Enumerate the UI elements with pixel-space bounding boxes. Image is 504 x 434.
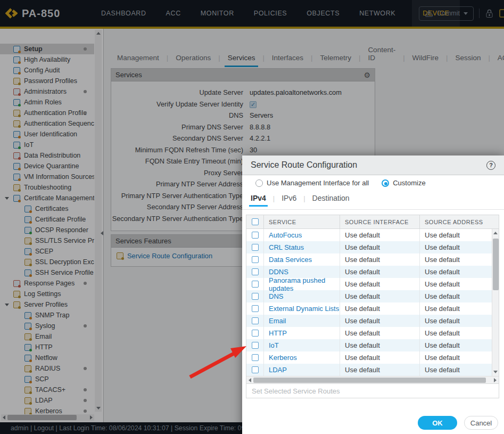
source-address-cell: Use default xyxy=(420,278,499,290)
source-address-cell: Use default xyxy=(420,241,499,253)
select-all-checkbox[interactable] xyxy=(252,218,259,225)
service-link-ddns[interactable]: DDNS xyxy=(269,268,288,276)
service-cell: CRL Status xyxy=(264,241,340,253)
external-dynamic-lists-checkbox[interactable] xyxy=(252,305,259,312)
column-header-source-interface: SOURCE INTERFACE xyxy=(340,215,420,228)
service-link-email[interactable]: Email xyxy=(269,317,286,325)
radio-unselected-icon[interactable] xyxy=(255,179,263,187)
source-interface-cell: Use default xyxy=(340,241,420,253)
service-cell: Kerberos xyxy=(264,351,340,364)
row-select-cell xyxy=(246,241,264,253)
radio-selected-icon[interactable] xyxy=(382,179,389,187)
column-header-source-address: SOURCE ADDRESS xyxy=(420,215,499,228)
crl-status-checkbox[interactable] xyxy=(252,244,259,251)
ok-button[interactable]: OK xyxy=(418,416,457,430)
service-link-crl-status[interactable]: CRL Status xyxy=(269,243,304,251)
set-selected-service-routes-button[interactable]: Set Selected Service Routes xyxy=(246,383,499,398)
service-link-iot[interactable]: IoT xyxy=(269,341,279,349)
table-row-panorama-pushed-updates: Panorama pushed updatesUse defaultUse de… xyxy=(246,278,499,290)
dialog-title: Service Route Configuration xyxy=(251,160,357,170)
table-row-crl-status: CRL StatusUse defaultUse default xyxy=(246,241,499,253)
row-select-cell xyxy=(246,253,264,266)
row-select-cell xyxy=(246,339,264,351)
service-cell: IoT xyxy=(264,339,340,351)
table-row-external-dynamic-lists: External Dynamic ListsUse defaultUse def… xyxy=(246,302,499,315)
table-horizontal-scrollbar[interactable] xyxy=(246,376,499,383)
source-address-cell: Use default xyxy=(420,266,499,278)
radio-option-customize[interactable]: Customize xyxy=(382,179,425,187)
source-interface-cell: Use default xyxy=(340,364,420,376)
source-address-cell: Use default xyxy=(420,253,499,266)
email-checkbox[interactable] xyxy=(252,317,259,324)
source-interface-cell: Use default xyxy=(340,266,420,278)
service-link-kerberos[interactable]: Kerberos xyxy=(269,354,297,362)
service-cell: External Dynamic Lists xyxy=(264,302,340,315)
scroll-up-icon[interactable] xyxy=(493,232,498,234)
tab-separator: | xyxy=(298,194,310,207)
iot-checkbox[interactable] xyxy=(252,342,259,349)
service-link-external-dynamic-lists[interactable]: External Dynamic Lists xyxy=(269,305,339,313)
http-checkbox[interactable] xyxy=(252,330,259,337)
table-header-row: SERVICE SOURCE INTERFACE SOURCE ADDRESS xyxy=(246,215,499,229)
scroll-right-icon[interactable] xyxy=(494,378,497,382)
radio-label: Customize xyxy=(393,179,425,187)
data-services-checkbox[interactable] xyxy=(252,256,259,263)
table-row-email: EmailUse defaultUse default xyxy=(246,315,499,327)
source-interface-cell: Use default xyxy=(340,253,420,266)
row-select-cell xyxy=(246,290,264,302)
service-link-autofocus[interactable]: AutoFocus xyxy=(269,231,302,239)
route-mode-radio-group: Use Management Interface for allCustomiz… xyxy=(255,179,426,187)
cancel-button[interactable]: Cancel xyxy=(464,416,498,430)
row-select-cell xyxy=(246,278,264,290)
dialog-tab-ipv4[interactable]: IPv4 xyxy=(249,194,268,207)
autofocus-checkbox[interactable] xyxy=(252,232,259,239)
select-all-cell xyxy=(246,215,264,228)
service-route-configuration-dialog: Service Route Configuration ? Use Manage… xyxy=(242,155,504,434)
service-link-dns[interactable]: DNS xyxy=(269,292,283,300)
dialog-header: Service Route Configuration ? xyxy=(242,155,504,175)
row-select-cell xyxy=(246,327,264,339)
source-address-cell: Use default xyxy=(420,339,499,351)
service-link-http[interactable]: HTTP xyxy=(269,329,287,337)
source-address-cell: Use default xyxy=(420,351,499,364)
source-interface-cell: Use default xyxy=(340,315,420,327)
ddns-checkbox[interactable] xyxy=(252,268,259,275)
table-row-ldap: LDAPUse defaultUse default xyxy=(246,364,499,376)
dns-checkbox[interactable] xyxy=(252,293,259,300)
service-cell: AutoFocus xyxy=(264,229,340,241)
service-link-panorama-pushed-updates[interactable]: Panorama pushed updates xyxy=(269,276,340,292)
dialog-tabs: IPv4|IPv6|Destination xyxy=(249,194,351,207)
source-interface-cell: Use default xyxy=(340,290,420,302)
scroll-down-icon[interactable] xyxy=(493,371,498,373)
row-select-cell xyxy=(246,229,264,241)
source-interface-cell: Use default xyxy=(340,339,420,351)
tab-separator: | xyxy=(268,194,280,207)
column-header-service: SERVICE xyxy=(264,215,340,228)
service-link-ldap[interactable]: LDAP xyxy=(269,366,287,374)
scrollbar-thumb[interactable] xyxy=(253,378,486,383)
dialog-tab-ipv6[interactable]: IPv6 xyxy=(280,194,298,207)
ldap-checkbox[interactable] xyxy=(252,366,259,373)
dialog-tab-destination[interactable]: Destination xyxy=(311,194,351,207)
source-address-cell: Use default xyxy=(420,229,499,241)
divider xyxy=(242,209,504,210)
row-select-cell xyxy=(246,364,264,376)
scroll-left-icon[interactable] xyxy=(249,378,251,382)
help-icon[interactable]: ? xyxy=(486,161,495,170)
kerberos-checkbox[interactable] xyxy=(252,354,259,361)
panorama-pushed-updates-checkbox[interactable] xyxy=(252,281,259,288)
source-interface-cell: Use default xyxy=(340,278,420,290)
radio-option-use-management-interface-for-all[interactable]: Use Management Interface for all xyxy=(255,179,369,187)
source-address-cell: Use default xyxy=(420,315,499,327)
table-row-dns: DNSUse defaultUse default xyxy=(246,290,499,302)
table-vertical-scrollbar[interactable] xyxy=(492,229,499,376)
service-cell: Panorama pushed updates xyxy=(264,278,340,290)
table-row-kerberos: KerberosUse defaultUse default xyxy=(246,351,499,364)
scrollbar-thumb[interactable] xyxy=(493,239,499,290)
source-address-cell: Use default xyxy=(420,327,499,339)
row-select-cell xyxy=(246,351,264,364)
service-link-data-services[interactable]: Data Services xyxy=(269,256,312,264)
service-cell: Email xyxy=(264,315,340,327)
source-address-cell: Use default xyxy=(420,364,499,376)
source-interface-cell: Use default xyxy=(340,302,420,315)
